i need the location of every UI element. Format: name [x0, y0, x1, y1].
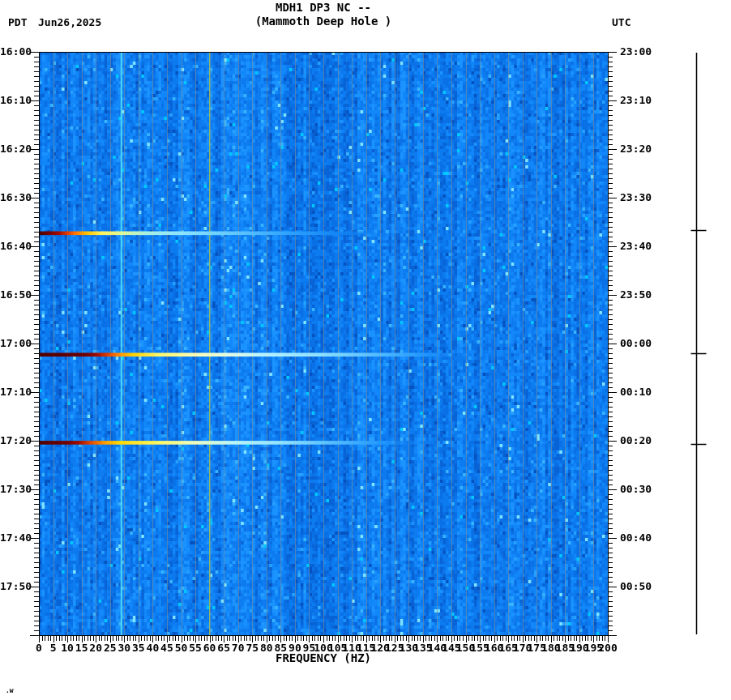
right-time-label: 00:00	[620, 338, 652, 349]
page-title: MDH1 DP3 NC --	[0, 2, 647, 14]
left-time-label: 17:00	[0, 338, 29, 349]
date-label: Jun26,2025	[38, 16, 101, 28]
right-time-label: 23:30	[620, 192, 652, 203]
right-timezone-label: UTC	[612, 16, 631, 28]
left-time-label: 16:20	[0, 143, 29, 155]
left-time-label: 16:10	[0, 95, 29, 106]
right-time-label: 23:40	[620, 241, 652, 252]
right-time-label: 23:10	[620, 95, 652, 106]
corner-mark: .w	[6, 685, 14, 697]
right-time-label: 00:10	[620, 386, 652, 398]
right-time-label: 23:00	[620, 46, 652, 58]
left-time-label: 17:10	[0, 386, 29, 398]
left-time-label: 17:40	[0, 532, 29, 544]
right-time-label: 23:50	[620, 289, 652, 301]
right-time-label: 00:30	[620, 484, 652, 495]
left-time-label: 17:20	[0, 435, 29, 446]
left-time-label: 16:50	[0, 289, 29, 301]
left-timezone-label: PDT	[8, 16, 27, 28]
left-time-label: 16:00	[0, 46, 29, 58]
left-time-label: 17:50	[0, 581, 29, 592]
left-time-label: 16:40	[0, 241, 29, 252]
x-axis-title: FREQUENCY (HZ)	[39, 652, 608, 664]
right-time-label: 23:20	[620, 143, 652, 155]
right-time-label: 00:50	[620, 581, 652, 592]
left-time-label: 16:30	[0, 192, 29, 203]
left-time-label: 17:30	[0, 484, 29, 495]
right-time-label: 00:20	[620, 435, 652, 446]
right-time-label: 00:40	[620, 532, 652, 544]
spectrogram-page: MDH1 DP3 NC -- (Mammoth Deep Hole ) PDT …	[0, 0, 731, 700]
